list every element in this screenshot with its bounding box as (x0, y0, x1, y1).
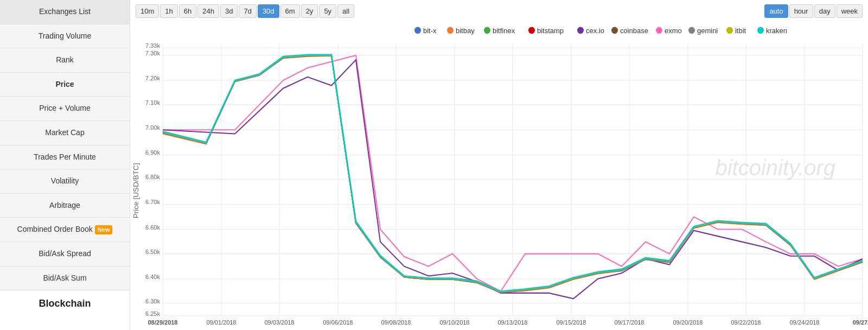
svg-text:09/01/2018: 09/01/2018 (207, 319, 237, 325)
sidebar-item-bid-ask-spread[interactable]: Bid/Ask Spread (0, 242, 130, 266)
time-btn-7d[interactable]: 7d (239, 4, 256, 18)
svg-text:09/03/2018: 09/03/2018 (265, 319, 295, 325)
svg-point-8 (577, 27, 584, 34)
svg-text:6.90k: 6.90k (145, 149, 160, 156)
svg-text:09/27/2: 09/27/2 (853, 319, 868, 325)
svg-text:7.00k: 7.00k (145, 124, 160, 131)
x-axis: 08/29/2018 09/01/2018 09/03/2018 09/06/2… (148, 319, 868, 325)
gran-btn-hour[interactable]: hour (789, 4, 813, 18)
svg-text:kraken: kraken (766, 27, 787, 35)
time-btn-24h[interactable]: 24h (197, 4, 219, 18)
svg-text:7.33k: 7.33k (145, 42, 160, 49)
time-btn-all[interactable]: all (337, 4, 354, 18)
svg-point-10 (611, 27, 618, 34)
svg-text:bitfinex: bitfinex (493, 27, 515, 35)
svg-point-12 (656, 27, 662, 34)
svg-point-16 (726, 27, 733, 34)
sidebar: Exchanges List Trading Volume Rank Price… (0, 0, 130, 330)
time-btn-6h[interactable]: 6h (179, 4, 196, 18)
svg-text:6.70k: 6.70k (145, 199, 160, 205)
time-btn-30d[interactable]: 30d (258, 4, 279, 18)
sidebar-item-rank[interactable]: Rank (0, 48, 130, 73)
blockchain-section-title: Blockchain (0, 290, 130, 314)
sidebar-item-volatility[interactable]: Volatility (0, 169, 130, 194)
sidebar-item-arbitrage[interactable]: Arbitrage (0, 194, 130, 218)
main-content: 10m 1h 6h 24h 3d 7d 30d 6m 2y 5y all aut… (130, 0, 868, 330)
svg-text:09/22/2018: 09/22/2018 (731, 319, 761, 325)
svg-text:7.30k: 7.30k (145, 50, 160, 56)
svg-text:7.20k: 7.20k (145, 75, 160, 81)
svg-text:09/15/2018: 09/15/2018 (557, 319, 586, 325)
svg-point-6 (528, 27, 535, 34)
svg-text:7.10k: 7.10k (145, 99, 160, 106)
sidebar-item-trades-per-minute[interactable]: Trades Per Minute (0, 145, 130, 170)
gran-btn-day[interactable]: day (814, 4, 835, 18)
svg-text:6.30k: 6.30k (145, 298, 160, 304)
svg-text:bitstamp: bitstamp (537, 27, 564, 35)
svg-point-18 (757, 27, 764, 34)
svg-point-14 (688, 27, 695, 34)
svg-text:itbit: itbit (735, 27, 746, 35)
time-btn-10m[interactable]: 10m (136, 4, 159, 18)
svg-text:exmo: exmo (665, 27, 682, 35)
svg-text:bitbay: bitbay (456, 27, 475, 35)
svg-text:09/06/2018: 09/06/2018 (323, 319, 353, 325)
svg-text:Price [USD/BTC]: Price [USD/BTC] (132, 163, 140, 218)
sidebar-item-combined-order-book[interactable]: Combined Order BookNew (0, 218, 130, 242)
svg-text:09/20/2018: 09/20/2018 (673, 319, 703, 325)
time-bar: 10m 1h 6h 24h 3d 7d 30d 6m 2y 5y all aut… (130, 0, 868, 20)
svg-text:09/13/2018: 09/13/2018 (498, 319, 528, 325)
chart-svg: bit-x bitbay bitfinex bitstamp cex.io co… (130, 20, 868, 330)
svg-text:09/08/2018: 09/08/2018 (381, 319, 411, 325)
gran-btn-week[interactable]: week (837, 4, 863, 18)
svg-text:09/17/2018: 09/17/2018 (615, 319, 644, 325)
gran-btn-auto[interactable]: auto (764, 4, 788, 18)
svg-text:09/24/2018: 09/24/2018 (790, 319, 820, 325)
sidebar-item-market-cap[interactable]: Market Cap (0, 121, 130, 145)
chart-container: bitcoinity.org bit-x bitbay bitfinex bit… (130, 20, 868, 330)
sidebar-item-price-volume[interactable]: Price + Volume (0, 97, 130, 121)
svg-text:6.50k: 6.50k (145, 248, 160, 255)
time-btn-6m[interactable]: 6m (280, 4, 300, 18)
time-btn-1h[interactable]: 1h (160, 4, 177, 18)
svg-text:bit-x: bit-x (423, 27, 437, 35)
svg-text:08/29/2018: 08/29/2018 (148, 319, 178, 325)
svg-text:6.40k: 6.40k (145, 273, 160, 280)
svg-text:6.60k: 6.60k (145, 224, 160, 230)
time-btn-2y[interactable]: 2y (301, 4, 318, 18)
granularity-group: auto hour day week (764, 4, 863, 18)
svg-text:gemini: gemini (697, 27, 718, 35)
sidebar-item-price[interactable]: Price (0, 73, 130, 97)
svg-text:coinbase: coinbase (620, 27, 648, 35)
new-badge: New (95, 225, 113, 234)
time-btn-3d[interactable]: 3d (220, 4, 238, 18)
sidebar-item-bid-ask-sum[interactable]: Bid/Ask Sum (0, 266, 130, 291)
time-btn-5y[interactable]: 5y (319, 4, 336, 18)
svg-point-2 (447, 27, 454, 34)
svg-text:09/10/2018: 09/10/2018 (440, 319, 470, 325)
svg-text:cex.io: cex.io (586, 27, 604, 35)
legend: bit-x bitbay bitfinex bitstamp cex.io co… (414, 27, 787, 35)
svg-point-4 (484, 27, 490, 34)
sidebar-item-trading-volume[interactable]: Trading Volume (0, 24, 130, 49)
svg-point-0 (414, 27, 421, 34)
y-axis: Price [USD/BTC] 7.33k 7.30k 7.20k 7.10k … (132, 42, 160, 317)
svg-text:6.80k: 6.80k (145, 174, 160, 180)
svg-text:6.25k: 6.25k (145, 310, 160, 317)
combined-order-book-label: Combined Order Book (17, 225, 93, 233)
sidebar-item-exchanges-list[interactable]: Exchanges List (0, 0, 130, 24)
